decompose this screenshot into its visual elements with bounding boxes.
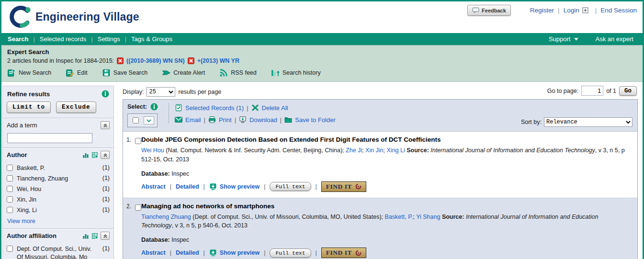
collapse-button[interactable] xyxy=(101,232,110,240)
show-preview-link[interactable]: Show preview xyxy=(209,249,260,257)
facet-item[interactable]: Tiancheng, Zhuang(1) xyxy=(7,175,110,183)
collapse-icon xyxy=(103,153,108,158)
author-link[interactable]: Xing Li xyxy=(387,147,405,154)
full-text-button[interactable]: Full text xyxy=(270,182,311,191)
new-window-icon[interactable] xyxy=(582,7,588,13)
nav-item-search[interactable]: Search xyxy=(8,35,28,43)
result-checkbox[interactable] xyxy=(135,138,141,144)
create-alert-action[interactable]: Create Alert xyxy=(162,68,205,77)
author-link[interactable]: Zhe Ji xyxy=(346,147,362,154)
end-session-link[interactable]: End Session xyxy=(600,7,637,14)
selected-records-icon xyxy=(175,104,182,112)
show-preview-link[interactable]: Show preview xyxy=(209,183,260,191)
abstract-link[interactable]: Abstract xyxy=(141,249,166,256)
query-term-link[interactable]: +(2013) WN YR xyxy=(197,57,239,64)
select-all-checkbox[interactable] xyxy=(133,117,139,124)
page: Engineering Village Feedback Register | … xyxy=(0,0,644,259)
detailed-link[interactable]: Detailed xyxy=(176,183,199,190)
save-search-icon xyxy=(102,68,111,77)
info-icon[interactable] xyxy=(150,103,158,111)
facet-count: (1) xyxy=(102,245,110,252)
find-it-button[interactable]: FIND IT xyxy=(321,248,366,258)
sort-by-select[interactable]: Relevance xyxy=(544,117,633,127)
toolbar-label: Save to Folder xyxy=(295,116,336,124)
ask-an-expert-link[interactable]: Ask an expert xyxy=(596,35,634,43)
query-term-link[interactable]: ((2010-3689) WN SN) xyxy=(126,57,185,64)
results-panel: Select: Selected Records (1)|Delete All xyxy=(123,99,638,259)
facet-checkbox[interactable] xyxy=(7,207,13,213)
engineering-village-logo[interactable]: Engineering Village xyxy=(9,6,139,28)
limit-to-button[interactable]: Limit to xyxy=(7,101,51,113)
result-row: 2.Managing ad hoc networks of smartphone… xyxy=(123,198,637,259)
add-term-input[interactable] xyxy=(7,133,92,143)
facet-item[interactable]: Xing, Li(1) xyxy=(7,206,110,214)
print-link[interactable]: Print xyxy=(208,116,232,124)
red-x-icon[interactable] xyxy=(188,57,194,64)
info-icon[interactable] xyxy=(102,90,109,98)
byline-text: ; xyxy=(362,147,365,154)
detailed-link[interactable]: Detailed xyxy=(176,249,199,256)
facet-item[interactable]: Wei, Hou(1) xyxy=(7,185,110,193)
bar-chart-icon[interactable] xyxy=(82,233,89,239)
page-number-input[interactable] xyxy=(581,86,603,96)
new-search-action[interactable]: New Search xyxy=(7,68,51,77)
facet-checkbox[interactable] xyxy=(7,196,13,203)
create-alert-icon xyxy=(162,68,170,77)
facet-checkbox[interactable] xyxy=(7,175,13,181)
result-number: 1. xyxy=(126,136,131,143)
rss-feed-action[interactable]: RSS feed xyxy=(219,68,257,77)
author-link[interactable]: Yi Shang xyxy=(416,214,440,220)
result-actions: Abstract|Detailed|Show preview|Full text… xyxy=(141,248,631,258)
result-title[interactable]: Double JPEG Compression Detection Based … xyxy=(141,136,631,143)
select-options-dropdown[interactable] xyxy=(144,116,154,124)
collapse-button[interactable] xyxy=(101,121,110,129)
abstract-link[interactable]: Abstract xyxy=(141,183,166,190)
separator: | xyxy=(264,249,265,256)
register-link[interactable]: Register xyxy=(530,7,554,14)
email-link[interactable]: Email xyxy=(175,116,201,124)
download-link[interactable]: Download xyxy=(239,116,277,124)
feedback-button[interactable]: Feedback xyxy=(467,5,511,16)
find-it-button[interactable]: FIND IT xyxy=(321,181,366,192)
support-menu[interactable]: Support xyxy=(549,35,578,43)
toolbar-label: Email xyxy=(185,116,201,124)
facet-checkbox[interactable] xyxy=(7,165,13,171)
nav-item-selected-records[interactable]: Selected records xyxy=(40,35,87,43)
full-text-button[interactable]: Full text xyxy=(270,248,311,258)
login-link[interactable]: Login xyxy=(564,7,579,14)
results-table-icon[interactable] xyxy=(91,233,98,239)
facet-item[interactable]: Baskett, P.(1) xyxy=(7,164,110,172)
refine-sidebar: Refine results Limit to Exclude Add a te… xyxy=(2,86,114,259)
search-history-action[interactable]: Search history xyxy=(271,68,321,77)
result-title[interactable]: Managing ad hoc networks of smartphones xyxy=(141,203,631,210)
facet-checkbox[interactable] xyxy=(7,186,13,192)
show-preview-icon xyxy=(209,249,217,257)
save-search-action[interactable]: Save Search xyxy=(102,68,148,77)
save-to-folder-link[interactable]: Save to Folder xyxy=(284,116,336,124)
view-more-link[interactable]: View more xyxy=(3,217,113,228)
facet-item[interactable]: Dept. Of Comput. Sci., Univ. Of Missouri… xyxy=(7,245,110,259)
result-checkbox[interactable] xyxy=(135,204,141,211)
facet-count: (1) xyxy=(102,175,110,181)
author-link[interactable]: Baskett, P. xyxy=(385,214,413,220)
bar-chart-icon[interactable] xyxy=(82,152,89,158)
nav-item-tags-groups[interactable]: Tags & Groups xyxy=(131,35,172,43)
facet-checkbox[interactable] xyxy=(7,246,13,252)
nav-item-settings[interactable]: Settings xyxy=(98,35,120,43)
author-link[interactable]: Tiancheng Zhuang xyxy=(141,214,191,220)
results-per-page-select[interactable]: 25 xyxy=(147,87,175,97)
results-table-icon[interactable] xyxy=(91,152,98,158)
author-link[interactable]: Xin Jin xyxy=(365,147,384,154)
red-x-icon[interactable] xyxy=(117,57,124,64)
go-button[interactable]: Go xyxy=(619,86,637,96)
selected-records-1-link[interactable]: Selected Records (1) xyxy=(175,104,244,112)
results-area: Display: 25 results per page Go to page:… xyxy=(114,86,643,259)
collapse-button[interactable] xyxy=(101,151,110,159)
delete-all-link[interactable]: Delete All xyxy=(251,104,288,112)
facet-section-author-affiliation: Author affiliationDept. Of Comput. Sci.,… xyxy=(3,228,113,259)
exclude-button[interactable]: Exclude xyxy=(56,101,96,113)
author-link[interactable]: Wei Hou xyxy=(141,147,164,154)
sort-by-label: Sort by: xyxy=(521,119,542,125)
facet-item[interactable]: Xin, Jin(1) xyxy=(7,196,110,204)
edit-action[interactable]: Edit xyxy=(66,68,88,77)
